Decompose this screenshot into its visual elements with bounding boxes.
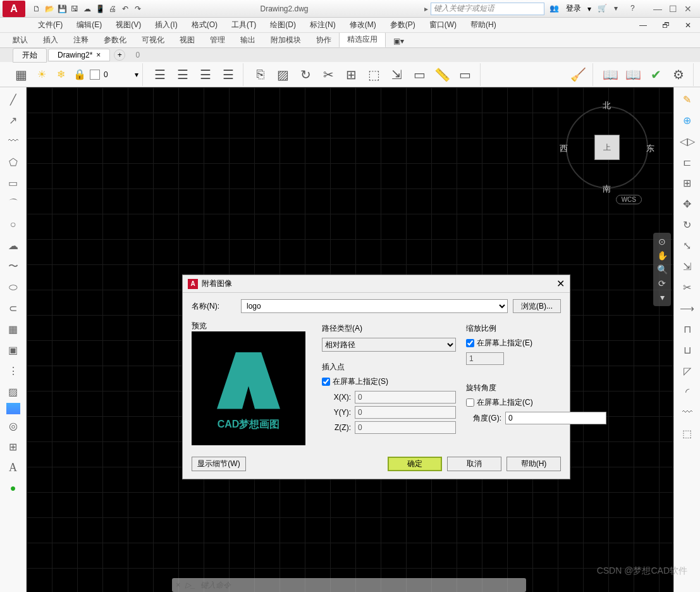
layers3-icon[interactable]: ☰ — [195, 64, 216, 85]
angle-input[interactable] — [505, 412, 606, 424]
array-icon[interactable]: ⊞ — [341, 64, 362, 85]
search-input[interactable]: 键入关键字或短语 — [431, 3, 544, 15]
mobile-icon[interactable]: 📱 — [95, 4, 105, 14]
tab-expand-icon[interactable]: ▣▾ — [386, 35, 412, 47]
align-icon[interactable]: ⇲ — [386, 64, 408, 85]
compass-w[interactable]: 西 — [560, 143, 568, 154]
menu-view[interactable]: 视图(V) — [109, 18, 147, 32]
layer-dd-icon[interactable]: ▾ — [135, 70, 138, 79]
arc-icon[interactable]: ⌒ — [4, 194, 23, 213]
saveas-icon[interactable]: 🖫 — [70, 4, 80, 14]
menu-param[interactable]: 参数(P) — [384, 18, 422, 32]
move-icon[interactable]: ✥ — [678, 194, 697, 213]
text-icon[interactable]: A — [4, 458, 23, 477]
x-input[interactable] — [355, 391, 456, 404]
browse-button[interactable]: 浏览(B)... — [513, 299, 561, 313]
cancel-button[interactable]: 取消 — [447, 457, 501, 471]
cloud-icon[interactable]: ☁ — [82, 4, 92, 14]
nav-wheel-icon[interactable]: ⊙ — [658, 237, 666, 247]
maximize-icon[interactable]: ☐ — [667, 4, 679, 14]
open-icon[interactable]: 📂 — [44, 4, 54, 14]
menu-help[interactable]: 帮助(H) — [464, 18, 503, 32]
select-icon[interactable]: ▭ — [455, 64, 476, 85]
scale-input[interactable] — [466, 352, 504, 365]
layer-box[interactable] — [90, 70, 100, 80]
cube-top[interactable]: 上 — [594, 135, 620, 160]
broom-icon[interactable]: 🧹 — [567, 64, 589, 85]
menu-window[interactable]: 窗口(W) — [423, 18, 463, 32]
insert-icon[interactable]: ▦ — [4, 319, 23, 338]
dropdown-icon[interactable]: ▾ — [587, 4, 591, 13]
search-arrow-icon[interactable]: ▸ — [422, 4, 431, 13]
tab-start[interactable]: 开始 — [13, 48, 47, 63]
book1-icon[interactable]: 📖 — [599, 64, 621, 85]
cart-icon[interactable]: 🛒 — [598, 4, 608, 14]
region-icon[interactable]: ◎ — [4, 416, 23, 435]
wcs-badge[interactable]: WCS — [616, 195, 642, 204]
line-icon[interactable]: ╱ — [4, 90, 23, 109]
menu-tools[interactable]: 工具(T) — [225, 18, 262, 32]
scale-icon[interactable]: ⤡ — [678, 236, 697, 255]
view-cube[interactable]: 上 北 南 东 西 — [560, 100, 654, 195]
trim2-icon[interactable]: ✂ — [678, 278, 697, 297]
ellipse-icon[interactable]: ⬭ — [4, 278, 23, 297]
ok-button[interactable]: 确定 — [388, 457, 442, 471]
layers1-icon[interactable]: ☰ — [149, 64, 171, 85]
explode2-icon[interactable]: ⬚ — [678, 424, 697, 443]
help-icon[interactable]: ? — [630, 4, 641, 14]
group-icon[interactable]: ▭ — [409, 64, 431, 85]
mdi-min-icon[interactable]: — — [633, 20, 653, 31]
measure-icon[interactable]: 📏 — [432, 64, 453, 85]
circle-icon[interactable]: ○ — [4, 215, 23, 234]
rect-icon[interactable]: ▭ — [4, 173, 23, 192]
tool-icon[interactable]: ⚙ — [668, 64, 689, 85]
nav-more-icon[interactable]: ▾ — [660, 292, 665, 302]
book2-icon[interactable]: 📖 — [622, 64, 644, 85]
specify-e-checkbox[interactable] — [466, 339, 474, 347]
rotate2-icon[interactable]: ↻ — [678, 215, 697, 234]
blend-icon[interactable]: 〰 — [678, 403, 697, 422]
redo-icon[interactable]: ↷ — [133, 4, 143, 14]
nav-pan-icon[interactable]: ✋ — [657, 250, 668, 261]
specify-c-checkbox[interactable] — [466, 398, 474, 407]
menu-edit[interactable]: 编辑(E) — [70, 18, 108, 32]
specify-s-checkbox[interactable] — [322, 378, 330, 386]
copy-icon[interactable]: ⎘ — [250, 64, 271, 85]
drawing-canvas[interactable]: 上 北 南 东 西 WCS ⊙ ✋ 🔍 ⟳ ▾ × ▷_ 键入命令 A 附着图像… — [27, 87, 673, 592]
lock-icon[interactable]: 🔒 — [71, 66, 89, 83]
freeze-icon[interactable]: ❄ — [52, 66, 70, 83]
extend-icon[interactable]: ⟶ — [678, 299, 697, 318]
tab-output[interactable]: 输出 — [233, 33, 263, 47]
join-icon[interactable]: ⊔ — [678, 340, 697, 359]
tab-add-icon[interactable]: + — [114, 49, 125, 61]
y-input[interactable] — [355, 406, 456, 419]
tab-visual[interactable]: 可视化 — [134, 33, 172, 47]
signin-icon[interactable]: 👥 — [550, 4, 560, 14]
copy2-icon[interactable]: ⊕ — [678, 111, 697, 130]
dialog-titlebar[interactable]: A 附着图像 ✕ — [183, 275, 570, 293]
hatch2-icon[interactable]: ▨ — [4, 382, 23, 401]
polygon-icon[interactable]: ⬠ — [4, 152, 23, 171]
ellipsearc-icon[interactable]: ⊂ — [4, 299, 23, 318]
block-icon[interactable]: ▣ — [4, 340, 23, 359]
name-select[interactable]: logo — [241, 299, 508, 313]
help-button[interactable]: 帮助(H) — [507, 457, 561, 471]
offset-icon[interactable]: ⊏ — [678, 152, 697, 171]
menu-format[interactable]: 格式(O) — [185, 18, 224, 32]
layers2-icon[interactable]: ☰ — [172, 64, 193, 85]
array2-icon[interactable]: ⊞ — [678, 173, 697, 192]
chamfer-icon[interactable]: ◸ — [678, 361, 697, 380]
rotate-icon[interactable]: ↻ — [295, 64, 317, 85]
check-icon[interactable]: ✔ — [645, 64, 666, 85]
tab-drawing2[interactable]: Drawing2* × — [48, 49, 110, 61]
point-icon[interactable]: ⋮ — [4, 361, 23, 380]
pathtype-select[interactable]: 相对路径 — [322, 338, 456, 352]
tab-view[interactable]: 视图 — [172, 33, 202, 47]
xline-icon[interactable]: ↗ — [4, 111, 23, 130]
pencil-icon[interactable]: ✎ — [678, 90, 697, 109]
revcloud-icon[interactable]: ☁ — [4, 236, 23, 255]
compass-s[interactable]: 南 — [603, 183, 611, 195]
save-icon[interactable]: 💾 — [57, 4, 67, 14]
minimize-icon[interactable]: — — [652, 4, 663, 14]
menu-modify[interactable]: 修改(M) — [343, 18, 383, 32]
